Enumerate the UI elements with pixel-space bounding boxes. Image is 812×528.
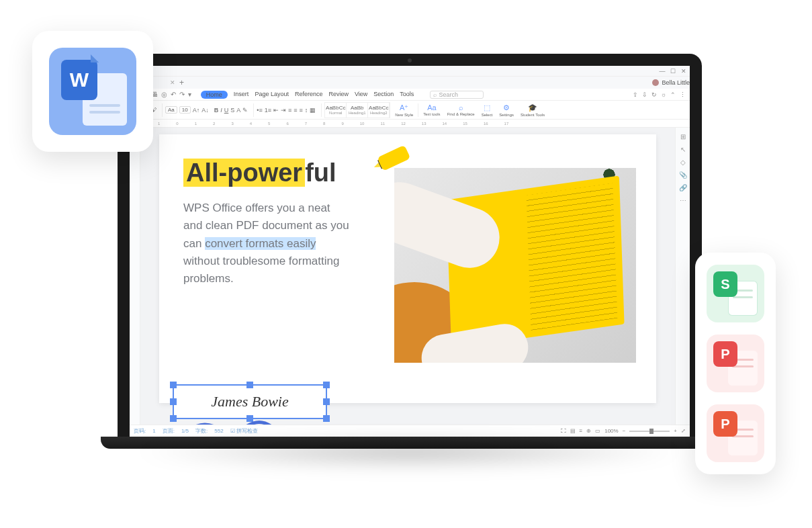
zoom-slider[interactable] — [629, 431, 670, 432]
zoom-in-icon[interactable]: + — [674, 428, 677, 434]
body-paragraph[interactable]: WPS Office offers you a neat and clean P… — [183, 200, 351, 288]
resize-handle[interactable] — [170, 382, 177, 388]
spreadsheet-app-tile[interactable]: S — [707, 265, 764, 322]
italic-icon[interactable]: I — [220, 107, 222, 114]
increase-font-icon[interactable]: A↑ — [193, 107, 200, 114]
decrease-font-icon[interactable]: A↓ — [201, 107, 209, 114]
align-right-icon[interactable]: ≡ — [299, 107, 302, 114]
window-maximize-button[interactable]: ☐ — [670, 68, 676, 75]
sidebar-properties-icon[interactable]: ⊞ — [680, 133, 686, 140]
headline[interactable]: All-powerful — [183, 159, 336, 187]
presentation-app-tile[interactable]: P — [707, 404, 764, 462]
search-placeholder: Search — [439, 91, 458, 98]
text-tools-button[interactable]: Aa Text tools — [421, 103, 442, 116]
signature-text-box[interactable]: James Bowie — [173, 384, 334, 425]
preview-icon[interactable]: ◎ — [161, 91, 167, 98]
styles-gallery[interactable]: AaBbCc Normal AaBb Heading1 AaBbCc Headi… — [324, 102, 390, 118]
status-spellcheck[interactable]: ☑ 拼写检查 — [230, 427, 258, 435]
menu-review[interactable]: Review — [328, 91, 349, 99]
sidebar-shape-icon[interactable]: ◇ — [680, 159, 686, 166]
pdf-app-tile[interactable]: P — [707, 335, 764, 392]
settings-button[interactable]: ⚙ Settings — [497, 103, 516, 117]
sync-icon[interactable]: ↻ — [651, 91, 657, 98]
shading-icon[interactable]: ▦ — [310, 107, 316, 114]
more-icon[interactable]: ⋮ — [680, 91, 686, 98]
view-reading-icon[interactable]: ▭ — [595, 428, 600, 434]
wps-writer-window: — ☐ ✕ ✕ + Bella Little ≡ 🖫 🖶 ◎ — [130, 66, 690, 437]
student-icon: 🎓 — [528, 103, 537, 112]
indent-left-icon[interactable]: ⇤ — [273, 107, 279, 114]
tab-close-button[interactable]: ✕ — [170, 79, 175, 86]
resize-handle[interactable] — [323, 415, 330, 422]
font-size-select[interactable]: 10 — [179, 106, 191, 114]
undo-icon[interactable]: ↶ — [171, 91, 176, 98]
text-color-icon[interactable]: A — [236, 107, 240, 114]
document-tabbar: ✕ + Bella Little — [130, 77, 690, 89]
highlight-icon[interactable]: ✎ — [242, 107, 248, 114]
search-box[interactable]: ⌕ Search — [430, 91, 484, 99]
font-family-select[interactable]: Aa — [165, 106, 177, 114]
share-icon[interactable]: ⇪ — [633, 91, 638, 98]
student-tools-button[interactable]: 🎓 Student Tools — [518, 103, 547, 117]
fit-width-icon[interactable]: ⛶ — [561, 428, 566, 434]
app-tiles-panel: S P P — [695, 253, 776, 474]
view-outline-icon[interactable]: ≡ — [580, 428, 583, 434]
view-web-icon[interactable]: ⊕ — [586, 428, 591, 434]
style-heading2[interactable]: AaBbCc Heading2 — [368, 103, 390, 118]
redo-icon[interactable]: ↷ — [179, 91, 185, 98]
zoom-out-icon[interactable]: − — [623, 428, 626, 434]
sidebar-cursor-icon[interactable]: ↖ — [680, 146, 686, 153]
horizontal-ruler[interactable]: 1 0 1 2 3 4 5 6 7 8 9 10 11 12 13 14 15 … — [130, 120, 690, 128]
menu-home[interactable]: Home — [201, 91, 228, 99]
resize-handle[interactable] — [323, 382, 330, 388]
fullscreen-icon[interactable]: ⤢ — [681, 428, 686, 434]
strike-icon[interactable]: S — [230, 107, 234, 114]
find-replace-button[interactable]: ⌕ Find & Replace — [445, 103, 477, 116]
menu-tools[interactable]: Tools — [400, 91, 414, 99]
style-normal[interactable]: AaBbCc Normal — [325, 103, 347, 118]
status-words-label: 字数: — [195, 427, 208, 435]
window-close-button[interactable]: ✕ — [680, 68, 687, 75]
align-center-icon[interactable]: ≡ — [294, 107, 297, 114]
document-viewport[interactable]: All-powerful WPS Office offers you a nea… — [140, 128, 675, 425]
sidebar-link-icon[interactable]: 🔗 — [679, 184, 687, 191]
sidebar-clip-icon[interactable]: 📎 — [679, 171, 687, 179]
select-button[interactable]: ⬚ Select — [480, 103, 495, 117]
cloud-icon[interactable]: ⇩ — [642, 91, 647, 98]
resize-handle[interactable] — [246, 382, 253, 388]
zoom-value[interactable]: 100% — [604, 428, 618, 434]
indent-right-icon[interactable]: ⇥ — [281, 107, 286, 114]
view-print-icon[interactable]: ▤ — [570, 428, 576, 434]
line-spacing-icon[interactable]: ↕ — [305, 107, 308, 114]
resize-handle[interactable] — [170, 415, 177, 422]
align-left-icon[interactable]: ≡ — [288, 107, 291, 114]
underline-icon[interactable]: U — [224, 107, 229, 114]
inline-photo[interactable] — [394, 168, 636, 363]
numbering-icon[interactable]: 1≡ — [265, 107, 271, 114]
skin-icon[interactable]: ☼ — [661, 91, 666, 98]
menu-reference[interactable]: Reference — [295, 91, 323, 99]
resize-handle[interactable] — [323, 398, 330, 405]
collapse-ribbon-icon[interactable]: ⌃ — [670, 91, 676, 98]
account-area[interactable]: Bella Little — [652, 79, 690, 86]
presentation-icon: P — [713, 411, 737, 437]
menu-section[interactable]: Section — [373, 91, 394, 99]
bold-icon[interactable]: B — [214, 107, 219, 114]
menu-view[interactable]: View — [355, 91, 367, 99]
document-page[interactable]: All-powerful WPS Office offers you a nea… — [159, 134, 656, 403]
menu-insert[interactable]: Insert — [234, 91, 249, 99]
new-tab-button[interactable]: + — [179, 78, 184, 87]
window-minimize-button[interactable]: — — [659, 68, 666, 75]
sidebar-more-icon[interactable]: ⋯ — [680, 197, 686, 204]
bullets-icon[interactable]: •≡ — [257, 107, 262, 114]
style-heading1[interactable]: AaBb Heading1 — [347, 103, 368, 118]
status-pages-label: 页面: — [163, 427, 175, 435]
status-page-label: 页码: — [134, 427, 146, 435]
resize-handle[interactable] — [170, 398, 177, 405]
select-icon: ⬚ — [484, 103, 490, 112]
menubar: ≡ 🖫 🖶 ◎ ↶ ↷ ▾ Home Insert Page Layout Re… — [130, 89, 690, 101]
new-style-button[interactable]: A⁺ New Style — [393, 103, 415, 117]
vertical-ruler[interactable] — [130, 128, 140, 425]
qat-dropdown-icon[interactable]: ▾ — [188, 91, 191, 98]
menu-page-layout[interactable]: Page Layout — [255, 91, 289, 99]
